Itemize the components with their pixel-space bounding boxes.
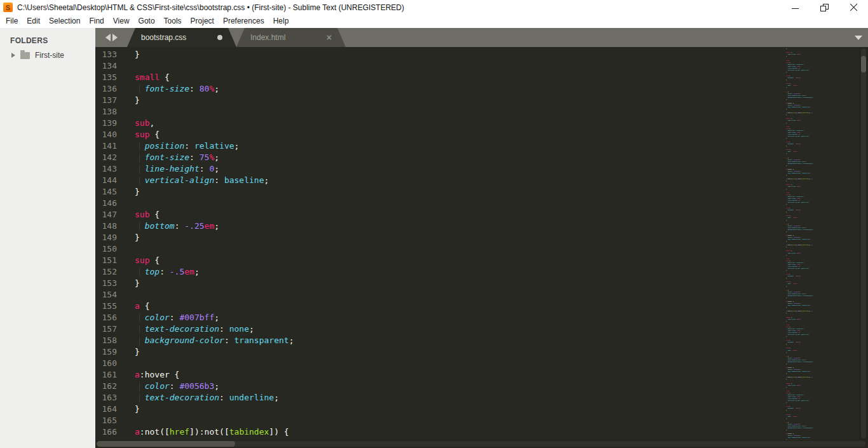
line-number: 154 [95,289,135,301]
code-line: 133} [95,49,786,60]
code-line: 159} [95,346,786,358]
menu-item-find[interactable]: Find [85,15,108,28]
code-line: 160 [95,358,786,369]
line-number: 142 [95,152,135,163]
tab-strip: bootstrap.cssIndex.html× [127,28,346,47]
menu-item-selection[interactable]: Selection [44,15,85,28]
code-line: 134 [95,60,786,72]
line-number: 152 [95,266,135,278]
tab-bootstrap.css[interactable]: bootstrap.css [127,28,236,47]
line-number: 143 [95,163,135,175]
line-number: 133 [95,49,135,60]
line-number: 135 [95,72,135,83]
line-number: 141 [95,140,135,152]
line-number: 138 [95,106,135,118]
code-line: 137} [95,95,786,106]
line-number: 150 [95,243,135,255]
line-number: 140 [95,129,135,140]
menu-item-help[interactable]: Help [269,15,294,28]
code-line: 145} [95,186,786,198]
code-line: 138 [95,106,786,118]
line-number: 156 [95,312,135,323]
editor-column: bootstrap.cssIndex.html× 133}134135small… [95,28,868,448]
line-number: 163 [95,392,135,404]
line-number: 139 [95,118,135,129]
tab-label: Index.html [250,33,327,42]
code-line: 146 [95,198,786,209]
line-number: 159 [95,346,135,358]
menu-bar: FileEditSelectionFindViewGotoToolsProjec… [0,15,868,28]
line-number: 151 [95,255,135,266]
close-tab-icon[interactable]: × [327,33,332,42]
code-line: 141 position: relative; [95,140,786,152]
minimize-button[interactable] [780,0,810,15]
line-number: 155 [95,301,135,312]
code-line: 156 color: #007bff; [95,312,786,323]
window-title: C:\Users\Sheetal\Desktop\HTML & CSS\Firs… [17,3,404,12]
tab-overflow-dropdown-icon[interactable] [855,36,862,40]
code-line: 144 vertical-align: baseline; [95,175,786,186]
line-number: 146 [95,198,135,209]
menu-item-tools[interactable]: Tools [159,15,186,28]
main-area: FOLDERS First-site bootstrap.cssIndex.ht… [0,28,868,448]
folder-icon [20,52,30,59]
menu-item-file[interactable]: File [1,15,22,28]
code-line: 142 font-size: 75%; [95,152,786,163]
line-number: 136 [95,83,135,95]
horizontal-scrollbar-thumb[interactable] [97,441,235,447]
line-number: 144 [95,175,135,186]
back-arrow-icon[interactable] [105,34,111,41]
code-line: 147sub { [95,209,786,221]
line-number: 166 [95,426,135,438]
editor[interactable]: 133}134135small {136 font-size: 80%;137}… [95,47,868,440]
close-button[interactable] [839,0,868,15]
code-line: 155a { [95,301,786,312]
menu-item-goto[interactable]: Goto [134,15,159,28]
sidebar-item-first-site[interactable]: First-site [0,49,95,62]
code-line: 135small { [95,72,786,83]
menu-item-project[interactable]: Project [186,15,219,28]
tab-label: bootstrap.css [141,33,217,42]
code-line: 153} [95,278,786,289]
code-line: 149} [95,232,786,243]
tab-history-nav [95,28,127,47]
tab-index.html[interactable]: Index.html× [236,28,346,47]
line-number: 134 [95,60,135,72]
line-number: 148 [95,221,135,232]
code-line: 152 top: -.5em; [95,266,786,278]
tab-bar: bootstrap.cssIndex.html× [95,28,868,47]
line-number: 164 [95,404,135,415]
vertical-scrollbar [859,47,868,440]
sublime-text-window: S C:\Users\Sheetal\Desktop\HTML & CSS\Fi… [0,0,868,448]
restore-icon [820,4,829,11]
code-line: 163 text-decoration: underline; [95,392,786,404]
code-lines[interactable]: 133}134135small {136 font-size: 80%;137}… [95,47,786,440]
code-line: 154 [95,289,786,301]
code-line: 162 color: #0056b3; [95,381,786,392]
code-line: 139sub, [95,118,786,129]
line-number: 165 [95,415,135,426]
code-line: 140sup { [95,129,786,140]
vertical-scrollbar-thumb[interactable] [861,56,866,72]
line-number: 157 [95,323,135,335]
code-line: 166a:not([href]):not([tabindex]) { [95,426,786,438]
sublime-logo-icon: S [3,3,13,12]
minimap[interactable]: }small { font-size: 80%;}sub,sup { posit… [786,47,859,440]
forward-arrow-icon[interactable] [112,34,118,41]
code-line: 165 [95,415,786,426]
line-number: 162 [95,381,135,392]
window-controls [780,0,868,15]
line-number: 160 [95,358,135,369]
chevron-right-icon [11,53,15,58]
menu-item-edit[interactable]: Edit [22,15,44,28]
code-line: 150 [95,243,786,255]
restore-button[interactable] [810,0,839,15]
code-line: 161a:hover { [95,369,786,381]
menu-item-view[interactable]: View [109,15,134,28]
code-line: 148 bottom: -.25em; [95,221,786,232]
line-number: 137 [95,95,135,106]
line-number: 153 [95,278,135,289]
menu-item-preferences[interactable]: Preferences [219,15,269,28]
code-line: 157 text-decoration: none; [95,323,786,335]
line-number: 158 [95,335,135,346]
